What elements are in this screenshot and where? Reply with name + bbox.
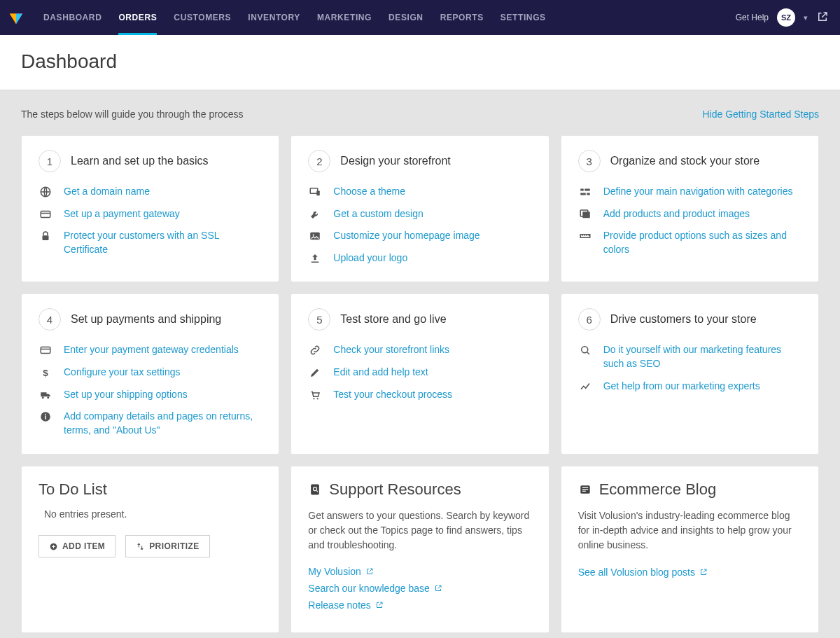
nav-orders[interactable]: ORDERS bbox=[118, 0, 157, 35]
step-number: 2 bbox=[308, 150, 330, 172]
step-link[interactable]: Add products and product images bbox=[603, 207, 750, 221]
nav-reports[interactable]: REPORTS bbox=[440, 0, 484, 35]
see-all-blog-link[interactable]: See all Volusion blog posts bbox=[578, 567, 708, 578]
link-icon bbox=[308, 344, 322, 356]
dollar-icon bbox=[38, 366, 52, 379]
step-card-6: 6 Drive customers to your store Do it yo… bbox=[561, 293, 819, 455]
nav-inventory[interactable]: INVENTORY bbox=[248, 0, 300, 35]
step-link[interactable]: Do it yourself with our marketing featur… bbox=[603, 343, 802, 370]
chart-icon bbox=[578, 380, 592, 393]
gallery-icon bbox=[578, 208, 592, 221]
nav-icon bbox=[578, 186, 592, 198]
lock-icon bbox=[38, 230, 52, 242]
prioritize-icon bbox=[136, 542, 145, 551]
support-card: Support Resources Get answers to your qu… bbox=[290, 466, 549, 633]
nav-marketing[interactable]: MARKETING bbox=[317, 0, 372, 35]
chevron-down-icon[interactable]: ▾ bbox=[804, 13, 808, 22]
step-link[interactable]: Set up a payment gateway bbox=[64, 207, 180, 221]
cart-icon bbox=[308, 389, 322, 401]
step-link[interactable]: Edit and add help text bbox=[333, 366, 428, 380]
todo-empty-text: No entries present. bbox=[44, 508, 262, 520]
prioritize-button[interactable]: PRIORITIZE bbox=[125, 535, 209, 557]
plus-circle-icon bbox=[49, 542, 58, 551]
external-link-icon bbox=[375, 601, 384, 609]
step-link[interactable]: Enter your payment gateway credentials bbox=[64, 343, 239, 357]
step-link[interactable]: Customize your homepage image bbox=[333, 229, 479, 243]
top-navbar: DASHBOARDORDERSCUSTOMERSINVENTORYMARKETI… bbox=[0, 0, 840, 35]
devices-icon bbox=[308, 186, 322, 198]
support-desc: Get answers to your questions. Search by… bbox=[308, 508, 531, 553]
step-link[interactable]: Provide product options such as sizes an… bbox=[603, 229, 802, 256]
globe-icon bbox=[38, 186, 52, 198]
step-card-2: 2 Design your storefront Choose a theme … bbox=[290, 135, 549, 282]
get-help-link[interactable]: Get Help bbox=[736, 13, 769, 22]
step-number: 4 bbox=[38, 308, 61, 331]
step-link[interactable]: Get a custom design bbox=[333, 207, 423, 221]
step-card-5: 5 Test store and go live Check your stor… bbox=[290, 293, 549, 455]
step-link[interactable]: Test your checkout process bbox=[333, 388, 452, 402]
edit-icon bbox=[308, 366, 322, 379]
truck-icon bbox=[38, 389, 52, 401]
todo-card: To Do List No entries present. ADD ITEM … bbox=[21, 466, 279, 633]
support-title: Support Resources bbox=[329, 480, 461, 499]
support-link[interactable]: Search our knowledge base bbox=[308, 583, 442, 594]
blog-desc: Visit Volusion's industry-leading ecomme… bbox=[578, 508, 802, 553]
step-title: Test store and go live bbox=[340, 313, 446, 326]
nav-settings[interactable]: SETTINGS bbox=[500, 0, 546, 35]
support-link[interactable]: Release notes bbox=[308, 599, 384, 611]
external-link-icon bbox=[699, 568, 708, 576]
step-link[interactable]: Add company details and pages on returns… bbox=[64, 410, 262, 437]
nav-dashboard[interactable]: DASHBOARD bbox=[43, 0, 102, 35]
nav-design[interactable]: DESIGN bbox=[388, 0, 424, 35]
blog-card: Ecommerce Blog Visit Volusion's industry… bbox=[561, 466, 819, 633]
step-number: 6 bbox=[578, 308, 601, 331]
ruler-icon bbox=[578, 230, 592, 242]
add-item-label: ADD ITEM bbox=[62, 541, 105, 551]
card-icon bbox=[38, 208, 52, 221]
brand-logo-icon[interactable] bbox=[8, 10, 24, 25]
svg-marker-33 bbox=[16, 14, 22, 25]
prioritize-label: PRIORITIZE bbox=[149, 541, 199, 551]
step-card-4: 4 Set up payments and shipping Enter you… bbox=[21, 293, 279, 455]
page-header: Dashboard bbox=[0, 35, 840, 90]
step-title: Organize and stock your store bbox=[610, 155, 760, 167]
step-card-3: 3 Organize and stock your store Define y… bbox=[561, 135, 819, 282]
svg-marker-32 bbox=[10, 14, 16, 25]
support-icon bbox=[308, 483, 322, 497]
image-icon bbox=[308, 230, 322, 242]
support-link[interactable]: My Volusion bbox=[308, 566, 373, 577]
user-avatar[interactable]: SZ bbox=[777, 8, 795, 27]
card-icon bbox=[38, 344, 52, 356]
see-all-label: See all Volusion blog posts bbox=[578, 567, 695, 578]
open-external-icon[interactable] bbox=[816, 11, 829, 25]
external-link-icon bbox=[365, 567, 374, 576]
add-item-button[interactable]: ADD ITEM bbox=[38, 535, 115, 557]
page-title: Dashboard bbox=[21, 50, 819, 73]
step-card-1: 1 Learn and set up the basics Get a doma… bbox=[21, 135, 279, 282]
blog-icon bbox=[578, 483, 592, 497]
blog-title: Ecommerce Blog bbox=[599, 480, 717, 499]
wrench-icon bbox=[308, 208, 322, 221]
step-link[interactable]: Get a domain name bbox=[64, 185, 150, 199]
step-link[interactable]: Define your main navigation with categor… bbox=[603, 185, 793, 199]
step-link[interactable]: Choose a theme bbox=[333, 185, 405, 199]
step-number: 3 bbox=[578, 150, 601, 172]
external-link-icon bbox=[434, 584, 442, 592]
step-link[interactable]: Configure your tax settings bbox=[64, 366, 181, 380]
hide-getting-started-link[interactable]: Hide Getting Started Steps bbox=[702, 109, 819, 120]
step-link[interactable]: Get help from our marketing experts bbox=[603, 380, 760, 394]
step-link[interactable]: Upload your logo bbox=[333, 251, 407, 265]
step-title: Learn and set up the basics bbox=[71, 155, 209, 167]
step-link[interactable]: Protect your customers with an SSL Certi… bbox=[64, 229, 262, 256]
step-title: Drive customers to your store bbox=[610, 313, 757, 326]
search-icon bbox=[578, 344, 592, 356]
intro-text: The steps below will guide you through t… bbox=[21, 109, 244, 120]
step-number: 5 bbox=[308, 308, 330, 331]
nav-customers[interactable]: CUSTOMERS bbox=[174, 0, 231, 35]
step-link[interactable]: Check your storefront links bbox=[333, 343, 449, 357]
step-link[interactable]: Set up your shipping options bbox=[64, 388, 188, 402]
info-icon bbox=[38, 410, 52, 423]
step-number: 1 bbox=[38, 150, 61, 172]
step-title: Design your storefront bbox=[340, 155, 450, 167]
upload-icon bbox=[308, 252, 322, 265]
